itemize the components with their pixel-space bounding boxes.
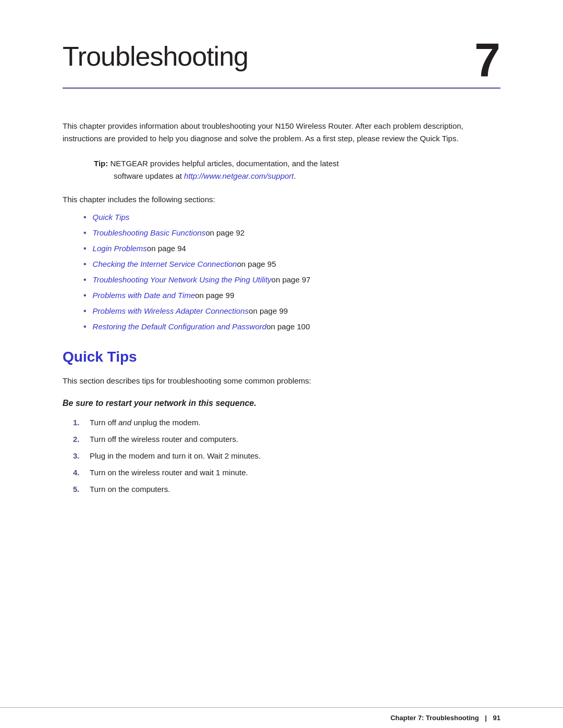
toc-link-restore-config[interactable]: Restoring the Default Configuration and … <box>93 321 267 333</box>
list-item: Troubleshooting Your Network Using the P… <box>83 274 500 286</box>
toc-link-quick-tips[interactable]: Quick Tips <box>93 212 130 224</box>
sections-intro: This chapter includes the following sect… <box>63 195 500 204</box>
footer-pipe: | <box>485 714 487 722</box>
step-text: Turn on the computers. <box>90 483 170 496</box>
tip-box: Tip: NETGEAR provides helpful articles, … <box>94 157 500 182</box>
chapter-header: Troubleshooting 7 <box>63 42 500 89</box>
intro-paragraph: This chapter provides information about … <box>63 120 500 145</box>
page: Troubleshooting 7 This chapter provides … <box>0 0 563 728</box>
list-item: Restoring the Default Configuration and … <box>83 320 500 333</box>
toc-link-internet-connection[interactable]: Checking the Internet Service Connection <box>93 258 237 270</box>
footer-chapter-label: Chapter 7: Troubleshooting <box>390 714 479 722</box>
list-item: 3. Plug in the modem and turn it on. Wai… <box>73 450 500 462</box>
page-ref: on page 100 <box>266 321 310 333</box>
list-item: Checking the Internet Service Connection… <box>83 258 500 270</box>
step-text: Turn off the wireless router and compute… <box>90 433 238 446</box>
tip-link[interactable]: http://www.netgear.com/support <box>184 171 293 180</box>
toc-list: Quick Tips Troubleshooting Basic Functio… <box>83 211 500 333</box>
tip-line2-post: . <box>293 171 296 180</box>
toc-link-wireless-adapter[interactable]: Problems with Wireless Adapter Connectio… <box>93 305 249 317</box>
step-text: Turn on the wireless router and wait 1 m… <box>90 466 248 479</box>
page-ref: on page 92 <box>205 227 244 239</box>
list-item: 5. Turn on the computers. <box>73 483 500 496</box>
list-item: Quick Tips <box>83 211 500 224</box>
footer-text: Chapter 7: Troubleshooting | 91 <box>390 714 500 722</box>
tip-line2: software updates at http://www.netgear.c… <box>114 170 500 182</box>
step-text: Turn off and unplug the modem. <box>90 416 201 429</box>
toc-link-login[interactable]: Login Problems <box>93 243 147 255</box>
list-item: 4. Turn on the wireless router and wait … <box>73 466 500 479</box>
tip-line1: Tip: NETGEAR provides helpful articles, … <box>94 157 500 170</box>
page-ref: on page 95 <box>237 258 276 270</box>
tip-text: NETGEAR provides helpful articles, docum… <box>110 159 339 168</box>
content-area: Troubleshooting 7 This chapter provides … <box>0 0 563 548</box>
tip-label: Tip: <box>94 159 108 168</box>
footer: Chapter 7: Troubleshooting | 91 <box>0 707 563 728</box>
page-ref: on page 99 <box>195 290 234 302</box>
list-item: Problems with Date and Time on page 99 <box>83 289 500 302</box>
quick-tips-heading: Quick Tips <box>63 349 500 365</box>
list-item: 2. Turn off the wireless router and comp… <box>73 433 500 446</box>
toc-link-date-time[interactable]: Problems with Date and Time <box>93 290 195 302</box>
footer-page-number: 91 <box>493 714 500 722</box>
list-item: 1. Turn off and unplug the modem. <box>73 416 500 429</box>
page-ref: on page 94 <box>147 243 186 255</box>
step-num: 2. <box>73 433 85 446</box>
step-num: 4. <box>73 466 85 479</box>
chapter-number: 7 <box>474 36 500 83</box>
chapter-title: Troubleshooting <box>63 42 248 71</box>
list-item: Problems with Wireless Adapter Connectio… <box>83 305 500 317</box>
list-item: Login Problems on page 94 <box>83 242 500 255</box>
toc-link-ping[interactable]: Troubleshooting Your Network Using the P… <box>93 274 272 286</box>
numbered-list: 1. Turn off and unplug the modem. 2. Tur… <box>73 416 500 496</box>
subsection-heading: Be sure to restart your network in this … <box>63 399 500 408</box>
step-num: 3. <box>73 450 85 462</box>
list-item: Troubleshooting Basic Functions on page … <box>83 227 500 239</box>
toc-link-basic-functions[interactable]: Troubleshooting Basic Functions <box>93 227 206 239</box>
tip-line2-pre: software updates at <box>114 171 184 180</box>
step-text: Plug in the modem and turn it on. Wait 2… <box>90 450 261 462</box>
step-num: 5. <box>73 483 85 496</box>
chapter-title-row: Troubleshooting 7 <box>63 42 500 89</box>
step-num: 1. <box>73 416 85 429</box>
page-ref: on page 99 <box>249 305 288 317</box>
quick-tips-intro: This section describes tips for troubles… <box>63 375 500 387</box>
page-ref: on page 97 <box>272 274 311 286</box>
